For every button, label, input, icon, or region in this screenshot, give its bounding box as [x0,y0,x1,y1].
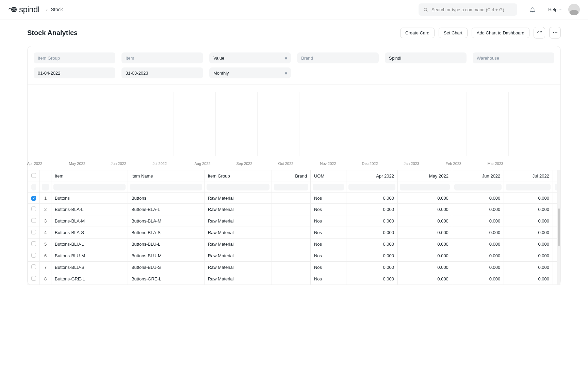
row-checkbox[interactable] [31,253,36,258]
row-checkbox[interactable] [31,276,36,281]
row-checkbox[interactable] [31,206,36,211]
chevron-down-icon [559,8,562,11]
cell-item-name: Buttons-BLA-S [128,227,204,239]
cell-m2: 0.000 [398,250,452,262]
row-checkbox[interactable] [31,218,36,223]
cell-item-group: Raw Material [204,273,272,285]
yarn-icon [8,5,18,14]
cell-m4: 0.000 [504,273,553,285]
row-checkbox[interactable] [31,264,36,269]
cell-item: Buttons-BLA-M [51,215,128,227]
filter-item-group[interactable]: Item Group [34,52,115,63]
filter-item[interactable]: Item [121,52,203,63]
filter-warehouse[interactable]: Warehouse [473,52,554,63]
cell-m2: 0.000 [398,193,452,204]
create-card-button[interactable]: Create Card [400,28,435,38]
add-chart-to-dashboard-button[interactable]: Add Chart to Dashboard [472,28,529,38]
table-row[interactable]: 8Buttons-GRE-LButtons-GRE-LRaw MaterialN… [28,273,560,285]
breadcrumb-stock[interactable]: Stock [51,7,63,12]
select-caret-icon: ▴▾ [285,56,287,60]
search-icon [423,7,428,12]
filter-brand[interactable]: Brand [297,52,379,63]
cell-item-group: Raw Material [204,204,272,215]
global-search[interactable] [419,3,517,16]
chart-xlabel: Aug 2022 [195,162,236,166]
chart-xlabel: Oct 2022 [278,162,320,166]
filter-range[interactable]: Monthly ▴▾ [209,67,291,78]
col-m3[interactable]: Jun 2022 [452,170,504,182]
refresh-button[interactable] [534,27,545,39]
brand-name: spindl [19,5,39,14]
cell-m1: 0.000 [346,193,398,204]
row-index: 8 [40,273,51,285]
cell-m4: 0.000 [504,204,553,215]
more-menu-button[interactable] [549,27,561,39]
col-m2[interactable]: May 2022 [398,170,452,182]
table-row[interactable]: 4Buttons-BLA-SButtons-BLA-SRaw MaterialN… [28,227,560,239]
col-item-name[interactable]: Item Name [128,170,204,182]
cell-uom: Nos [310,250,346,262]
brand-logo[interactable]: spindl [8,5,39,14]
col-item[interactable]: Item [51,170,128,182]
cell-item-group: Raw Material [204,193,272,204]
cell-item-name: Buttons-BLU-S [128,262,204,273]
filter-date-from[interactable]: 01-04-2022 [34,67,115,78]
cell-brand [272,204,310,215]
col-filter[interactable] [53,184,126,190]
col-filter[interactable] [130,184,202,190]
table-row[interactable]: 2Buttons-BLA-LButtons-BLA-LRaw MaterialN… [28,204,560,215]
chart-xlabel: Jan 2023 [404,162,446,166]
col-filter[interactable] [274,184,308,190]
cell-item: Buttons-BLA-L [51,204,128,215]
cell-m1: 0.000 [346,204,398,215]
filter-company[interactable]: Spindl [385,52,467,63]
select-all-checkbox[interactable] [31,173,36,178]
row-index: 7 [40,262,51,273]
help-menu[interactable]: Help [548,7,562,12]
table-row[interactable]: 5Buttons-BLU-LButtons-BLU-LRaw MaterialN… [28,239,560,250]
filter-range-label: Monthly [213,71,229,76]
cell-m4: 0.000 [504,250,553,262]
filter-value-type[interactable]: Value ▴▾ [209,52,291,63]
col-filter[interactable] [313,184,344,190]
filter-date-to[interactable]: 31-03-2023 [121,67,203,78]
table-row[interactable]: 6Buttons-BLU-MButtons-BLU-MRaw MaterialN… [28,250,560,262]
col-filter[interactable] [42,184,49,190]
row-checkbox[interactable] [31,230,36,234]
cell-brand [272,227,310,239]
cell-item-group: Raw Material [204,262,272,273]
cell-brand [272,250,310,262]
col-item-group[interactable]: Item Group [204,170,272,182]
col-filter[interactable] [506,184,551,190]
table-row[interactable]: 7Buttons-BLU-SButtons-BLU-SRaw MaterialN… [28,262,560,273]
col-uom[interactable]: UOM [310,170,346,182]
chevron-right-icon: › [46,7,48,12]
set-chart-button[interactable]: Set Chart [439,28,468,38]
cell-m1: 0.000 [346,273,398,285]
cell-brand [272,193,310,204]
search-input[interactable] [431,7,512,13]
col-filter[interactable] [348,184,395,190]
table-row[interactable]: 1ButtonsButtonsRaw MaterialNos0.0000.000… [28,193,560,204]
cell-item-group: Raw Material [204,227,272,239]
table-row[interactable]: 3Buttons-BLA-MButtons-BLA-MRaw MaterialN… [28,215,560,227]
avatar[interactable] [568,4,580,15]
cell-uom: Nos [310,193,346,204]
cell-item-group: Raw Material [204,215,272,227]
col-filter[interactable] [454,184,502,190]
page-title: Stock Analytics [27,29,396,37]
row-checkbox[interactable] [31,241,36,246]
col-filter[interactable] [207,184,270,190]
col-m1[interactable]: Apr 2022 [346,170,398,182]
row-checkbox[interactable] [31,196,36,201]
col-filter[interactable] [31,184,36,190]
col-m4[interactable]: Jul 2022 [504,170,553,182]
chart-area: Apr 2022May 2022Jun 2022Jul 2022Aug 2022… [28,85,560,170]
svg-point-4 [555,32,556,33]
col-brand[interactable]: Brand [272,170,310,182]
col-filter[interactable] [400,184,450,190]
chart-xlabel: Jun 2022 [111,162,153,166]
dots-icon [553,32,558,33]
table-scrollbar[interactable] [557,170,560,285]
notifications-button[interactable] [529,6,536,13]
